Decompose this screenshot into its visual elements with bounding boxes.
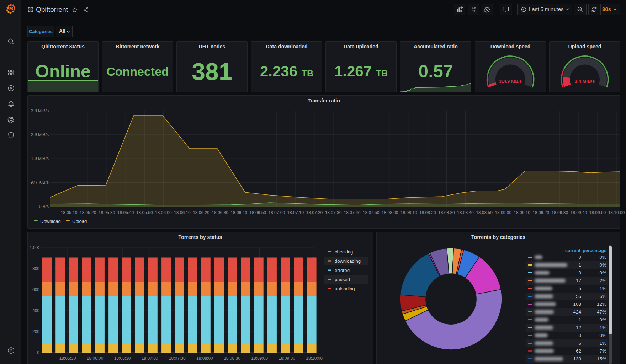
svg-text:18:07:50: 18:07:50 bbox=[363, 210, 380, 215]
svg-text:18:09:20: 18:09:20 bbox=[532, 210, 549, 215]
svg-text:18:09:30: 18:09:30 bbox=[278, 356, 295, 361]
svg-text:3.8 MiB/s: 3.8 MiB/s bbox=[31, 108, 49, 113]
svg-text:18:08:50: 18:08:50 bbox=[476, 210, 493, 215]
svg-text:18:09:10: 18:09:10 bbox=[514, 210, 530, 215]
svg-text:18:05:20: 18:05:20 bbox=[80, 210, 96, 215]
svg-text:600: 600 bbox=[32, 287, 39, 292]
svg-text:18:09:00: 18:09:00 bbox=[495, 210, 511, 215]
svg-text:paused: paused bbox=[335, 277, 350, 282]
svg-text:18:07:20: 18:07:20 bbox=[306, 210, 323, 215]
svg-text:18:05:40: 18:05:40 bbox=[117, 210, 134, 215]
svg-text:800: 800 bbox=[32, 266, 39, 271]
svg-text:400: 400 bbox=[32, 308, 39, 313]
svg-text:0: 0 bbox=[37, 350, 39, 355]
svg-text:18:05:50: 18:05:50 bbox=[136, 210, 153, 215]
svg-text:18:06:50: 18:06:50 bbox=[249, 210, 266, 215]
svg-text:18:05:10: 18:05:10 bbox=[61, 210, 78, 215]
svg-text:checking: checking bbox=[335, 249, 353, 255]
svg-text:18:06:30: 18:06:30 bbox=[212, 210, 228, 215]
svg-text:18:07:00: 18:07:00 bbox=[268, 210, 285, 215]
svg-text:18:08:20: 18:08:20 bbox=[419, 210, 436, 215]
svg-text:200: 200 bbox=[32, 329, 39, 334]
svg-text:314.9 KiB/s: 314.9 KiB/s bbox=[499, 79, 522, 84]
svg-text:18:06:10: 18:06:10 bbox=[174, 210, 191, 215]
svg-text:1.4 MiB/s: 1.4 MiB/s bbox=[575, 79, 595, 84]
svg-text:errored: errored bbox=[335, 268, 350, 273]
svg-text:18:08:30: 18:08:30 bbox=[224, 356, 240, 361]
svg-text:18:07:40: 18:07:40 bbox=[344, 210, 361, 215]
svg-text:18:07:30: 18:07:30 bbox=[325, 210, 342, 215]
svg-text:uploading: uploading bbox=[335, 286, 355, 291]
svg-text:18:08:40: 18:08:40 bbox=[457, 210, 474, 215]
svg-text:18:08:30: 18:08:30 bbox=[438, 210, 455, 215]
svg-text:18:07:30: 18:07:30 bbox=[169, 356, 186, 361]
svg-text:18:09:30: 18:09:30 bbox=[551, 210, 568, 215]
svg-text:Upload: Upload bbox=[72, 219, 87, 224]
svg-text:1.0 K: 1.0 K bbox=[30, 245, 39, 250]
svg-text:18:09:00: 18:09:00 bbox=[251, 356, 268, 361]
svg-text:18:07:10: 18:07:10 bbox=[287, 210, 304, 215]
svg-text:18:06:00: 18:06:00 bbox=[155, 210, 172, 215]
svg-text:18:05:30: 18:05:30 bbox=[59, 356, 76, 361]
svg-text:0 B/s: 0 B/s bbox=[39, 204, 49, 209]
svg-text:18:06:30: 18:06:30 bbox=[114, 356, 131, 361]
svg-text:18:10:00: 18:10:00 bbox=[306, 356, 323, 361]
svg-text:18:07:00: 18:07:00 bbox=[142, 356, 158, 361]
svg-text:18:06:20: 18:06:20 bbox=[193, 210, 209, 215]
svg-text:18:08:00: 18:08:00 bbox=[196, 356, 213, 361]
svg-text:18:06:40: 18:06:40 bbox=[230, 210, 247, 215]
svg-text:18:05:30: 18:05:30 bbox=[99, 210, 115, 215]
svg-text:18:09:40: 18:09:40 bbox=[571, 210, 587, 215]
svg-text:1.9 MiB/s: 1.9 MiB/s bbox=[31, 156, 49, 161]
svg-text:Download: Download bbox=[40, 219, 61, 224]
svg-text:18:09:50: 18:09:50 bbox=[589, 210, 606, 215]
svg-text:18:08:10: 18:08:10 bbox=[400, 210, 417, 215]
svg-text:18:08:00: 18:08:00 bbox=[382, 210, 398, 215]
svg-text:18:06:00: 18:06:00 bbox=[87, 356, 104, 361]
svg-text:2.9 MiB/s: 2.9 MiB/s bbox=[31, 132, 49, 137]
svg-text:18:10:00: 18:10:00 bbox=[608, 210, 625, 215]
svg-text:977 KiB/s: 977 KiB/s bbox=[31, 180, 49, 185]
svg-text:downloading: downloading bbox=[335, 258, 361, 264]
